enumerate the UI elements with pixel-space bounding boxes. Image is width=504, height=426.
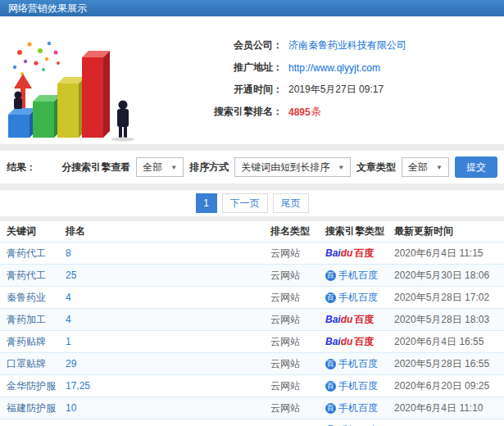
mobile-baidu-logo: 百手机百度: [325, 424, 378, 426]
baidu-logo: Baidu百度: [325, 336, 374, 347]
header-update-time: 最新更新时间: [394, 224, 504, 238]
rank-link[interactable]: 1: [66, 336, 270, 347]
rank-type-cell: 云网站: [270, 357, 325, 371]
table-row: 金华防护服17,25云网站百手机百度2020年6月20日 09:25: [0, 375, 504, 397]
keyword-link[interactable]: 福建防护服: [0, 401, 66, 415]
mobile-baidu-icon: 百: [325, 381, 336, 392]
keyword-link[interactable]: 膏药代工: [0, 247, 66, 261]
update-time-cell: 2020年6月20日 09:25: [394, 379, 504, 393]
engine-cell: 百手机百度: [325, 379, 394, 393]
keyword-link[interactable]: 金华防护服: [0, 379, 66, 393]
member-info-section: 会员公司： 济南秦鲁药业科技有限公司 推广地址： http://www.qlyy…: [0, 16, 504, 144]
article-type-value: 全部: [408, 161, 428, 174]
update-time-cell: 2020年6月4日 11:15: [394, 247, 504, 261]
page-titlebar: 网络营销效果展示: [0, 0, 504, 16]
rank-type-cell: 云网站: [270, 247, 325, 261]
keyword-link[interactable]: 秦鲁药业: [0, 291, 66, 305]
keyword-link[interactable]: 膏药贴牌: [0, 335, 66, 349]
rank-link[interactable]: 4: [66, 292, 270, 303]
rank-type-cell: 云网站: [270, 291, 325, 305]
rank-type-cell: 云网站: [270, 335, 325, 349]
engine-cell: 百手机百度: [325, 291, 394, 305]
promo-url-row: 推广地址： http://www.qlyyjt.com: [143, 57, 504, 79]
member-fields: 会员公司： 济南秦鲁药业科技有限公司 推广地址： http://www.qlyy…: [143, 16, 504, 144]
mobile-baidu-logo: 百手机百度: [325, 379, 378, 393]
bar-chart-illustration-svg: [0, 16, 143, 144]
chevron-down-icon: ▼: [170, 164, 177, 171]
engine-cell: Baidu百度: [325, 313, 394, 327]
table-row: 秦鲁药业4云网站百手机百度2020年5月28日 17:02: [0, 287, 504, 309]
rank-table: 关键词 排名 排名类型 搜索引擎类型 最新更新时间 膏药代工8云网站Baidu百…: [0, 221, 504, 426]
table-row: 膏药代工25云网站百手机百度2020年5月30日 18:06: [0, 265, 504, 287]
member-company-link[interactable]: 济南秦鲁药业科技有限公司: [288, 39, 406, 52]
bar-chart-illustration: [0, 16, 143, 144]
update-time-cell: 2020年5月30日 18:06: [394, 269, 504, 283]
mobile-baidu-icon: 百: [325, 270, 336, 281]
article-type-select[interactable]: 全部 ▼: [402, 157, 449, 177]
engine-rank-row: 搜索引擎排名： 4895 条: [143, 101, 504, 123]
table-body: 膏药代工8云网站Baidu百度2020年6月4日 11:15膏药代工25云网站百…: [0, 242, 504, 426]
member-company-row: 会员公司： 济南秦鲁药业科技有限公司: [143, 34, 504, 57]
table-row: 膏药贴牌1云网站Baidu百度2020年6月4日 16:55: [0, 331, 504, 353]
sort-label: 排序方式: [189, 161, 229, 174]
promo-url-label: 推广地址：: [143, 61, 283, 75]
header-rank: 排名: [66, 224, 270, 238]
chevron-down-icon: ▼: [338, 164, 344, 171]
result-label: 结果：: [7, 161, 36, 174]
rank-link[interactable]: 8: [66, 247, 270, 259]
pagination: 1 下一页 尾页: [0, 190, 504, 216]
rank-link[interactable]: 17,25: [66, 380, 270, 392]
engine-cell: 百手机百度: [325, 357, 394, 371]
table-header-row: 关键词 排名 排名类型 搜索引擎类型 最新更新时间: [0, 221, 504, 242]
mobile-baidu-icon: 百: [325, 403, 336, 414]
last-page-button[interactable]: 尾页: [273, 193, 309, 213]
keyword-link[interactable]: 口罩贴牌: [0, 357, 66, 371]
page-title: 网络营销效果展示: [8, 2, 87, 14]
submit-button[interactable]: 提交: [455, 156, 497, 178]
update-time-cell: 2020年6月4日 11:10: [394, 401, 504, 415]
engine-rank-unit: 条: [311, 105, 321, 119]
engine-filter-value: 全部: [143, 161, 162, 174]
update-time-cell: 2020年5月28日 17:02: [394, 291, 504, 305]
table-row: 口罩贴牌29云网站百手机百度2020年5月28日 16:55: [0, 353, 504, 375]
rank-link[interactable]: 10: [66, 402, 270, 414]
engine-filter-select[interactable]: 全部 ▼: [136, 157, 184, 177]
engine-cell: Baidu百度: [325, 247, 394, 261]
promo-url-link[interactable]: http://www.qlyyjt.com: [288, 62, 380, 74]
rank-link[interactable]: 25: [66, 270, 270, 281]
engine-cell: 百手机百度: [325, 401, 394, 415]
engine-filter-label: 分搜索引擎查看: [61, 161, 130, 174]
rank-type-cell: 云网站: [270, 401, 325, 415]
mobile-baidu-icon: 百: [325, 359, 336, 369]
page-number-current[interactable]: 1: [196, 193, 217, 213]
engine-cell: 百手机百度: [325, 424, 394, 426]
mobile-baidu-logo: 百手机百度: [325, 401, 378, 415]
mobile-baidu-logo: 百手机百度: [325, 269, 378, 283]
engine-rank-label: 搜索引擎排名：: [143, 105, 283, 119]
rank-link[interactable]: 29: [66, 358, 270, 369]
header-engine-type: 搜索引擎类型: [325, 224, 394, 238]
update-time-cell: 2020年5月28日 16:55: [394, 357, 504, 371]
open-time-label: 开通时间：: [143, 83, 283, 97]
header-rank-type: 排名类型: [270, 224, 325, 238]
sort-value: 关键词由短到长排序: [241, 161, 329, 174]
sort-select[interactable]: 关键词由短到长排序 ▼: [234, 157, 351, 177]
baidu-logo: Baidu百度: [325, 247, 374, 259]
mobile-baidu-logo: 百手机百度: [325, 291, 378, 305]
chevron-down-icon: ▼: [436, 164, 443, 171]
keyword-link[interactable]: 膏药代工: [0, 269, 66, 283]
filter-controls: 分搜索引擎查看 全部 ▼ 排序方式 关键词由短到长排序 ▼ 文章类型 全部 ▼ …: [61, 156, 497, 178]
baidu-logo: Baidu百度: [325, 314, 374, 325]
keyword-link[interactable]: 膏药加工: [0, 313, 66, 327]
update-time-cell: 2020年5月28日 18:03: [394, 313, 504, 327]
engine-rank-count: 4895: [288, 106, 311, 118]
rank-link[interactable]: 4: [66, 314, 270, 325]
table-row: 膏药代工8云网站Baidu百度2020年6月4日 11:15: [0, 242, 504, 265]
engine-cell: 百手机百度: [325, 269, 394, 283]
open-time-value: 2019年5月27日 09:17: [288, 83, 384, 97]
update-time-cell: 2020年6月4日 16:55: [394, 335, 504, 349]
mobile-baidu-icon: 百: [325, 292, 336, 303]
table-row: 膏药加工4云网站Baidu百度2020年5月28日 18:03: [0, 309, 504, 331]
rank-type-cell: 云网站: [270, 269, 325, 283]
next-page-button[interactable]: 下一页: [222, 193, 268, 213]
